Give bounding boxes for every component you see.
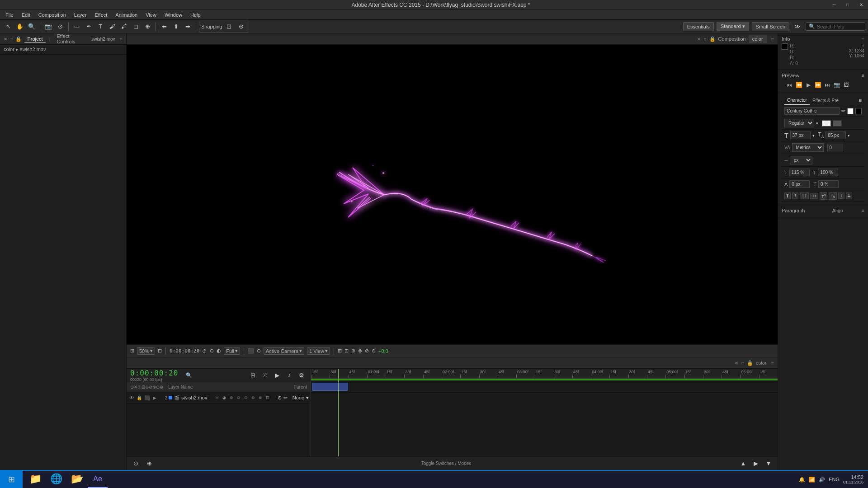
layer-fx[interactable]: ⊡	[264, 395, 271, 400]
layer-eye-icon[interactable]: 👁	[128, 395, 135, 400]
eraser-tool[interactable]: ◻	[130, 21, 141, 32]
taskbar-volume-icon[interactable]: 🔊	[819, 477, 825, 483]
tl-new-comp[interactable]: ⊞	[247, 370, 258, 381]
timecode-display[interactable]: 0:00:00:20	[170, 348, 199, 354]
tsscale-input[interactable]	[818, 180, 839, 188]
parent-arrow[interactable]: ▾	[306, 395, 309, 401]
tracking-input[interactable]	[827, 144, 843, 151]
font-size-input[interactable]	[790, 131, 811, 139]
fit-btn[interactable]: ⊡	[158, 348, 162, 354]
layer-guide[interactable]: ⊘	[236, 395, 242, 400]
workspace-chevron[interactable]: ≫	[792, 21, 803, 32]
prev-forward[interactable]: ⏩	[814, 82, 822, 88]
text-tool[interactable]: T	[95, 21, 106, 32]
font-input[interactable]	[784, 107, 840, 115]
layer-lock-icon[interactable]: 🔒	[136, 395, 142, 400]
prev-last[interactable]: ⏭	[823, 82, 831, 88]
layer-solo[interactable]: ☉	[214, 395, 220, 400]
tl-preview[interactable]: ▶	[272, 370, 283, 381]
smallcaps-btn[interactable]: TT	[810, 193, 818, 199]
prev-first[interactable]: ⏮	[785, 82, 793, 88]
search-input[interactable]	[817, 24, 862, 29]
vc-icon5[interactable]: ⊡	[344, 348, 349, 354]
metrics-select[interactable]: Metrics	[792, 143, 824, 152]
layer-color-swatch[interactable]	[169, 396, 172, 399]
prev-snapshot[interactable]: 📷	[833, 82, 841, 88]
menu-composition[interactable]: Composition	[35, 11, 70, 19]
info-menu[interactable]: ≡	[862, 36, 864, 42]
window-controls[interactable]: ─ □ ✕	[827, 0, 868, 10]
comp-tab-color[interactable]: color	[749, 35, 767, 43]
comp-close[interactable]: ✕	[697, 37, 701, 42]
menu-file[interactable]: File	[2, 11, 17, 19]
app-aftereffects[interactable]: Ae	[88, 471, 108, 488]
bb-play[interactable]: ▶	[750, 458, 761, 469]
unit-select[interactable]: px %	[790, 156, 812, 164]
menu-effect[interactable]: Effect	[91, 11, 111, 19]
bb-graph-icon[interactable]: ⊙	[130, 458, 141, 469]
underline-btn[interactable]: T	[838, 192, 844, 199]
vert-scale-input[interactable]	[789, 169, 810, 176]
prev-show[interactable]: 🖼	[842, 82, 850, 88]
workspace-essentials[interactable]: Essentials	[683, 22, 714, 31]
start-button[interactable]: ⊞	[0, 470, 23, 488]
kern-input[interactable]	[826, 131, 846, 139]
zoom-dropdown[interactable]: 50% ▾	[137, 347, 155, 355]
minimize-button[interactable]: ─	[827, 0, 841, 10]
app-files[interactable]: 📂	[67, 471, 87, 488]
quality-dropdown[interactable]: Full ▾	[224, 347, 240, 355]
preview-menu[interactable]: ≡	[862, 73, 864, 78]
pen-tool[interactable]: ✒	[83, 21, 94, 32]
tab-project[interactable]: Project	[24, 35, 45, 43]
char-tab-effects[interactable]: Effects & Pre	[810, 96, 841, 105]
char-tab-character[interactable]: Character	[784, 96, 810, 105]
bold-btn[interactable]: T	[784, 192, 791, 199]
camera-tool[interactable]: 📷	[43, 21, 54, 32]
comp-menu-icon[interactable]: ≡	[771, 36, 774, 42]
align-left[interactable]: ⬅	[159, 21, 170, 32]
font-color2-swatch[interactable]	[855, 108, 862, 114]
vc-icon7[interactable]: ⊗	[358, 348, 362, 354]
tl-playhead[interactable]	[338, 369, 339, 456]
menu-help[interactable]: Help	[187, 11, 204, 19]
layer-blend[interactable]: ⊗	[257, 395, 264, 400]
puppet-tool[interactable]: ⊕	[142, 21, 153, 32]
vc-icon8[interactable]: ⊘	[365, 348, 369, 354]
menu-animation[interactable]: Animation	[112, 11, 141, 19]
tl-close[interactable]: ✕	[735, 361, 738, 366]
sub-btn[interactable]: Ts	[829, 192, 836, 200]
strikethrough-btn[interactable]: T	[846, 192, 852, 199]
layer-3d[interactable]: ⊕	[228, 395, 235, 400]
app-explorer[interactable]: 📁	[25, 471, 45, 488]
zoom-tool[interactable]: 🔍	[26, 21, 37, 32]
workspace-standard[interactable]: Standard ▾	[717, 22, 749, 31]
char-menu[interactable]: ≡	[859, 98, 862, 103]
menu-layer[interactable]: Layer	[71, 11, 90, 19]
vc-icon3[interactable]: ⊙	[257, 348, 261, 354]
layer-frame-icon[interactable]: ⬛	[144, 395, 150, 400]
workspace-small-screen[interactable]: Small Screen	[752, 22, 789, 31]
tl-clip-1[interactable]	[312, 383, 348, 391]
brush-tool[interactable]: 🖌	[107, 21, 118, 32]
caps-btn[interactable]: TT	[800, 192, 809, 199]
vc-icon2[interactable]: ⬛	[248, 348, 254, 354]
size-arrow[interactable]: ▾	[812, 133, 815, 138]
hand-tool[interactable]: ✋	[14, 21, 25, 32]
align-center[interactable]: ⬆	[170, 21, 181, 32]
horiz-scale-input[interactable]	[818, 169, 838, 176]
vc-icon4[interactable]: ⊞	[338, 348, 342, 354]
para-menu[interactable]: ≡	[862, 208, 864, 213]
tl-solo[interactable]: ☉	[259, 370, 270, 381]
italic-btn[interactable]: T	[792, 192, 798, 199]
tl-timecode-display[interactable]: 0:00:00:20	[130, 369, 178, 377]
panel-menu-icon[interactable]: ≡	[120, 36, 123, 42]
style-arrow[interactable]: ▾	[816, 121, 818, 126]
snap-toggle[interactable]: ⊡	[224, 21, 235, 32]
vc-icon9[interactable]: ⊙	[372, 348, 376, 354]
comp-viewer[interactable]	[127, 45, 778, 344]
taskbar-notify-icon[interactable]: 🔔	[799, 477, 805, 483]
bb-mask-icon[interactable]: ⊕	[144, 458, 155, 469]
taskbar-network-icon[interactable]: 📶	[809, 477, 815, 483]
clone-tool[interactable]: 🖍	[118, 21, 129, 32]
layer-shy[interactable]: ⊙	[243, 395, 249, 400]
